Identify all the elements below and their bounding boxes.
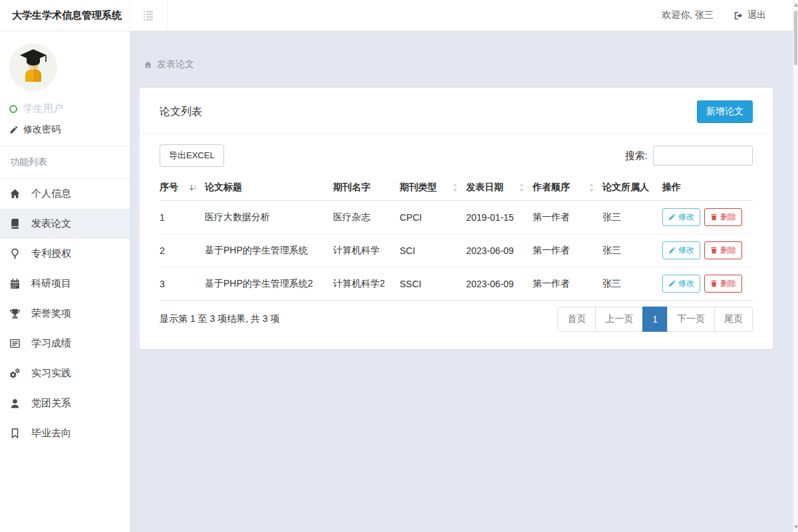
- sort-icon: [519, 183, 525, 192]
- pagination-last[interactable]: 尾页: [714, 307, 753, 332]
- sidebar-item-label: 党团关系: [31, 397, 71, 410]
- delete-button[interactable]: 删除: [704, 241, 742, 259]
- scroll-down-arrow-icon[interactable]: [794, 525, 798, 529]
- sidebar-item-honors[interactable]: 荣誉奖项: [0, 299, 130, 329]
- table-row: 2 基于PHP的学生管理系统 计算机科学 SCI 2023-06-09 第一作者…: [160, 234, 753, 267]
- sidebar-menu: 个人信息 发表论文 专利授权: [0, 179, 130, 448]
- sidebar-item-research-projects[interactable]: 科研项目: [0, 269, 130, 299]
- scrollbar-thumb[interactable]: [794, 11, 797, 65]
- cell-order: 第一作者: [533, 201, 602, 234]
- change-password-link[interactable]: 修改密码: [9, 124, 130, 136]
- cell-journal: 计算机科学: [333, 234, 400, 267]
- pagination-page-1[interactable]: 1: [642, 307, 668, 332]
- gears-icon: [9, 368, 21, 379]
- sidebar-item-internship[interactable]: 实习实践: [0, 358, 130, 388]
- pagination: 首页 上一页 1 下一页 尾页: [557, 307, 753, 332]
- papers-panel: 论文列表 新增论文 导出EXCEL 搜索:: [140, 88, 773, 349]
- sort-active-icon: [189, 184, 197, 192]
- app-title[interactable]: 大学生学术信息管理系统: [0, 0, 130, 31]
- column-header-date[interactable]: 发表日期: [466, 175, 533, 201]
- calendar-icon: [9, 278, 21, 289]
- cell-date: 2023-06-09: [466, 267, 533, 301]
- add-paper-button[interactable]: 新增论文: [697, 100, 753, 123]
- sidebar-item-grades[interactable]: 学习成绩: [0, 329, 130, 358]
- user-status-label: 学生用户: [23, 102, 63, 115]
- cell-no: 1: [160, 201, 205, 234]
- change-password-label: 修改密码: [23, 124, 61, 136]
- book-icon: [9, 218, 21, 229]
- status-circle-icon: [9, 105, 17, 113]
- pagination-prev[interactable]: 上一页: [595, 307, 643, 332]
- user-status: 学生用户: [9, 102, 130, 115]
- cell-order: 第一作者: [533, 234, 602, 267]
- edit-button[interactable]: 修改: [662, 241, 700, 259]
- lightbulb-icon: [9, 248, 21, 259]
- column-header-type[interactable]: 期刊类型: [400, 175, 466, 201]
- cell-title: 基于PHP的学生管理系统: [205, 234, 333, 267]
- cell-type: SCI: [400, 234, 466, 267]
- breadcrumb-label: 发表论文: [157, 59, 194, 70]
- scroll-up-arrow-icon[interactable]: [794, 3, 798, 7]
- menu-header: 功能列表: [0, 146, 130, 178]
- sidebar-item-label: 专利授权: [31, 247, 71, 260]
- search-input[interactable]: [653, 146, 753, 166]
- delete-button[interactable]: 删除: [704, 208, 742, 226]
- cell-date: 2019-01-15: [466, 201, 533, 234]
- sidebar: 学生用户 修改密码 功能列表 个人信息: [0, 31, 130, 532]
- bookmark-icon: [9, 428, 21, 439]
- pagination-next[interactable]: 下一页: [667, 307, 715, 332]
- cell-title: 基于PHP的学生管理系统2: [205, 267, 333, 301]
- window-scrollbar[interactable]: [793, 0, 798, 532]
- cell-order: 第一作者: [533, 267, 602, 301]
- cell-owner: 张三: [602, 267, 662, 301]
- pencil-icon: [9, 126, 18, 134]
- trophy-icon: [9, 308, 21, 319]
- column-header-actions: 操作: [662, 175, 753, 201]
- sidebar-item-label: 毕业去向: [31, 427, 71, 440]
- screen: 大学生学术信息管理系统 欢迎你, 张三 退出: [0, 0, 798, 532]
- column-header-journal[interactable]: 期刊名字: [333, 175, 400, 201]
- column-header-author-order[interactable]: 作者顺序: [533, 175, 602, 201]
- sidebar-item-label: 发表论文: [31, 217, 71, 230]
- sidebar-toggle-button[interactable]: [130, 0, 168, 31]
- avatar: [9, 43, 57, 91]
- sort-icon: [452, 183, 458, 192]
- papers-table: 序号: [160, 175, 753, 301]
- cell-owner: 张三: [602, 201, 662, 234]
- cell-type: CPCI: [400, 201, 466, 234]
- search-label: 搜索:: [625, 150, 648, 162]
- sidebar-item-personal-info[interactable]: 个人信息: [0, 179, 130, 209]
- sidebar-item-patents[interactable]: 专利授权: [0, 239, 130, 269]
- column-header-title[interactable]: 论文标题: [205, 175, 333, 201]
- breadcrumb[interactable]: 发表论文: [144, 59, 793, 70]
- sidebar-item-label: 实习实践: [31, 367, 71, 380]
- column-header-no[interactable]: 序号: [160, 175, 205, 201]
- welcome-text: 欢迎你, 张三: [662, 9, 714, 21]
- cell-journal: 计算机科学2: [333, 267, 400, 301]
- cell-owner: 张三: [602, 234, 662, 267]
- cell-title: 医疗大数据分析: [205, 201, 333, 234]
- pagination-first[interactable]: 首页: [557, 307, 596, 332]
- cell-no: 3: [160, 267, 205, 301]
- edit-button[interactable]: 修改: [662, 208, 700, 226]
- logout-button[interactable]: 退出: [733, 9, 766, 21]
- delete-button[interactable]: 删除: [704, 275, 742, 293]
- cell-type: SSCI: [400, 267, 466, 301]
- top-navbar: 大学生学术信息管理系统 欢迎你, 张三 退出: [0, 0, 793, 31]
- sidebar-item-papers[interactable]: 发表论文: [0, 209, 130, 239]
- cell-no: 2: [160, 234, 205, 267]
- sign-out-icon: [733, 11, 743, 21]
- table-row: 3 基于PHP的学生管理系统2 计算机科学2 SSCI 2023-06-09 第…: [160, 267, 753, 301]
- cell-date: 2023-06-09: [466, 234, 533, 267]
- cell-journal: 医疗杂志: [333, 201, 400, 234]
- column-header-owner[interactable]: 论文所属人: [602, 175, 662, 201]
- sidebar-item-graduation[interactable]: 毕业去向: [0, 418, 130, 448]
- home-icon: [9, 188, 21, 200]
- home-icon: [144, 61, 152, 69]
- sidebar-item-party-relations[interactable]: 党团关系: [0, 388, 130, 418]
- table-info: 显示第 1 至 3 项结果, 共 3 项: [160, 313, 279, 325]
- sidebar-item-label: 学习成绩: [31, 337, 71, 350]
- list-menu-icon: [142, 9, 154, 21]
- export-excel-button[interactable]: 导出EXCEL: [160, 144, 224, 167]
- edit-button[interactable]: 修改: [662, 275, 700, 293]
